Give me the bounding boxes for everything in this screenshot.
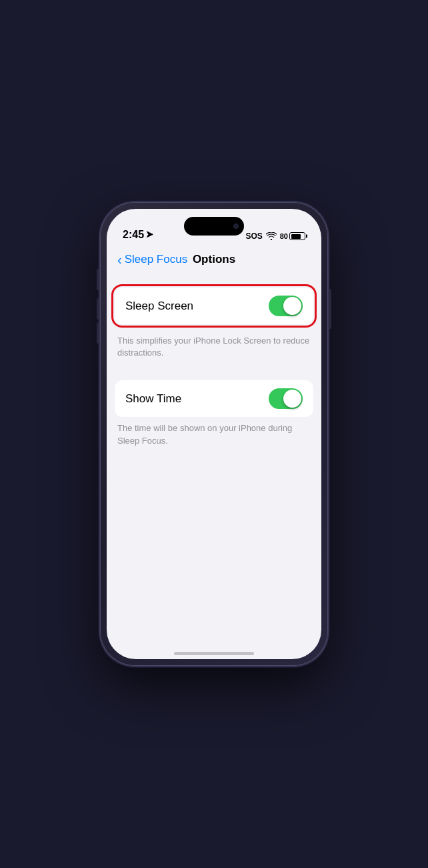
phone-frame: 2:45 ⮞ SOS 80	[100, 202, 328, 666]
status-right-icons: SOS 80	[245, 232, 305, 241]
settings-content: Sleep Screen This simplifies your iPhone…	[107, 274, 321, 640]
chevron-left-icon: ‹	[117, 253, 122, 266]
sos-label: SOS	[245, 232, 262, 241]
show-time-label: Show Time	[125, 392, 181, 406]
navigation-bar: ‹ Sleep Focus Options	[107, 245, 321, 274]
battery-icon	[289, 232, 305, 240]
sleep-screen-section: Sleep Screen	[115, 288, 313, 324]
battery-container: 80	[280, 232, 305, 240]
status-time: 2:45 ⮞	[123, 229, 153, 241]
show-time-row[interactable]: Show Time	[115, 380, 313, 417]
home-bar	[174, 652, 254, 655]
sleep-screen-highlight: Sleep Screen	[115, 288, 313, 324]
time-display: 2:45	[123, 229, 144, 241]
back-button[interactable]: ‹ Sleep Focus	[117, 253, 187, 266]
page-title: Options	[193, 253, 235, 266]
location-arrow-icon: ⮞	[146, 231, 153, 239]
sleep-screen-label: Sleep Screen	[125, 300, 193, 313]
sleep-screen-description: This simplifies your iPhone Lock Screen …	[107, 330, 321, 367]
sleep-screen-row[interactable]: Sleep Screen	[115, 288, 313, 324]
toggle-knob-2	[283, 390, 301, 408]
wifi-icon	[266, 232, 277, 240]
show-time-toggle[interactable]	[269, 388, 303, 409]
home-indicator	[107, 640, 321, 659]
toggle-knob	[283, 297, 301, 315]
front-camera	[233, 224, 239, 229]
show-time-section: Show Time The time will be shown on your…	[115, 380, 313, 454]
show-time-description: The time will be shown on your iPhone du…	[115, 417, 313, 454]
sleep-screen-toggle[interactable]	[269, 296, 303, 316]
phone-screen: 2:45 ⮞ SOS 80	[107, 209, 321, 659]
back-button-label: Sleep Focus	[125, 253, 188, 266]
battery-percent: 80	[280, 232, 288, 240]
dynamic-island	[184, 217, 244, 236]
battery-fill	[291, 234, 301, 239]
